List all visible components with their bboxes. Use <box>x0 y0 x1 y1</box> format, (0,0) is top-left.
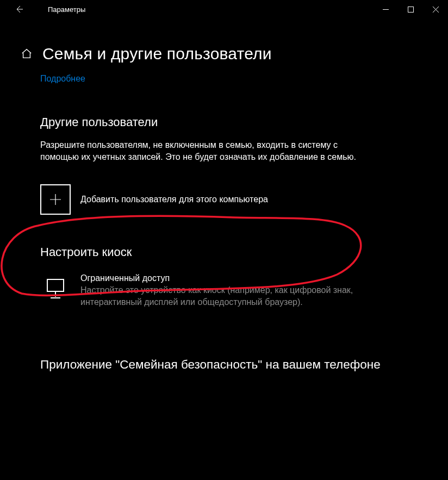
kiosk-desc: Настройте это устройство как киоск (напр… <box>80 284 363 308</box>
kiosk-title: Ограниченный доступ <box>80 273 363 283</box>
family-safety-heading: Приложение "Семейная безопасность" на ва… <box>40 357 408 373</box>
maximize-button[interactable] <box>398 0 423 18</box>
back-button[interactable] <box>7 0 32 18</box>
add-user-label: Добавить пользователя для этого компьюте… <box>80 195 268 204</box>
kiosk-icon <box>40 273 71 304</box>
svg-rect-0 <box>408 7 413 12</box>
home-icon[interactable] <box>21 48 33 60</box>
kiosk-button[interactable]: Ограниченный доступ Настройте это устрой… <box>40 273 408 308</box>
other-users-heading: Другие пользователи <box>40 115 408 129</box>
page-header: Семья и другие пользователи <box>0 18 448 71</box>
window-title: Параметры <box>48 5 85 14</box>
more-link[interactable]: Подробнее <box>40 71 85 84</box>
minimize-button[interactable] <box>373 0 398 18</box>
other-users-desc: Разрешите пользователям, не включенным в… <box>40 139 377 163</box>
kiosk-heading: Настроить киоск <box>40 245 408 259</box>
page-title: Семья и другие пользователи <box>42 45 272 63</box>
plus-icon <box>40 184 71 215</box>
settings-window: Параметры Семья и другие пользователи По… <box>0 0 448 480</box>
add-user-button[interactable]: Добавить пользователя для этого компьюте… <box>40 184 408 215</box>
svg-rect-1 <box>47 279 64 291</box>
close-button[interactable] <box>423 0 448 18</box>
titlebar: Параметры <box>0 0 448 18</box>
